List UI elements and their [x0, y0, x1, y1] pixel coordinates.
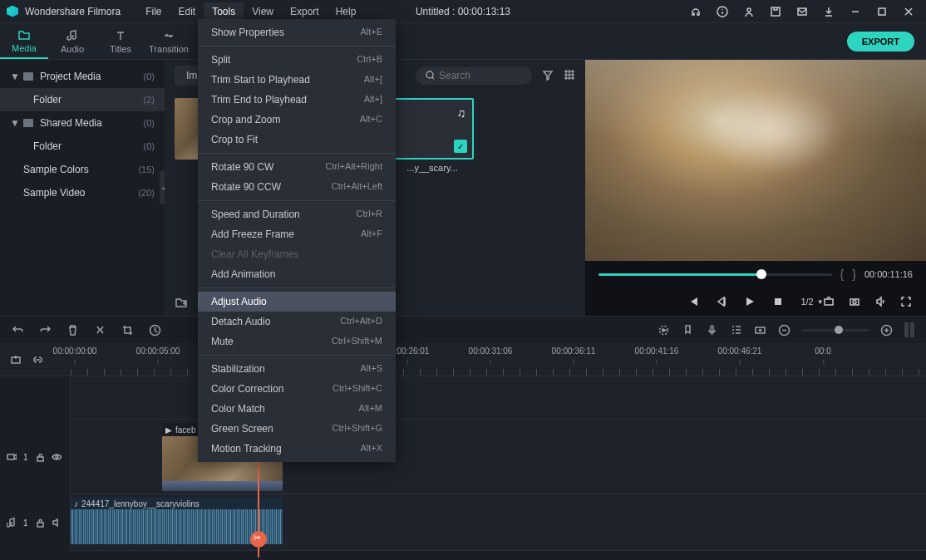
volume-icon[interactable] [874, 296, 887, 308]
split-icon[interactable] [94, 324, 106, 336]
menu-item[interactable]: Show PropertiesAlt+E [198, 22, 396, 42]
zoom-out-icon[interactable] [778, 324, 791, 336]
ruler-tick: 00:0 [815, 346, 830, 356]
marker-icon[interactable] [682, 324, 694, 336]
eye-icon[interactable] [52, 452, 62, 462]
preview-viewport[interactable] [585, 60, 926, 261]
mail-icon[interactable] [796, 6, 808, 17]
add-track-icon[interactable] [10, 354, 22, 366]
quality-icon[interactable] [823, 296, 835, 308]
menu-shortcut: Ctrl+Shift+M [332, 336, 382, 347]
ruler-tick: 00:00:41:16 [635, 346, 679, 356]
menu-item[interactable]: Detach AudioCtrl+Alt+D [198, 312, 396, 332]
music-icon: ♪ [74, 499, 78, 508]
menu-item[interactable]: Trim End to PlayheadAlt+] [198, 90, 396, 110]
mixer-icon[interactable] [730, 324, 742, 336]
download-icon[interactable] [823, 6, 835, 17]
speed-icon[interactable] [149, 324, 161, 336]
user-icon[interactable] [743, 6, 755, 17]
headset-icon[interactable] [690, 6, 702, 17]
menu-export[interactable]: Export [282, 2, 328, 21]
zoom-in-icon[interactable] [880, 324, 893, 336]
search-input[interactable] [439, 70, 522, 81]
menu-item[interactable]: Add Animation [198, 264, 396, 284]
audio-clip[interactable]: ♪244417_lennyboy__scaryviolins [71, 498, 283, 544]
menu-edit[interactable]: Edit [170, 2, 204, 21]
menu-item[interactable]: Speed and DurationCtrl+R [198, 204, 396, 224]
menu-separator [198, 287, 396, 288]
sidebar-item[interactable]: Folder(0) [0, 135, 165, 158]
prev-icon[interactable] [687, 296, 699, 307]
grid-view-icon[interactable] [564, 69, 575, 83]
lock-icon[interactable] [35, 518, 45, 528]
menu-item[interactable]: Crop and ZoomAlt+C [198, 110, 396, 130]
scrub-handle[interactable] [756, 269, 766, 279]
snapshot-icon[interactable] [849, 296, 861, 308]
menu-tools[interactable]: Tools [204, 2, 244, 21]
menu-item[interactable]: Rotate 90 CCWCtrl+Alt+Left [198, 177, 396, 197]
delete-icon[interactable] [66, 324, 79, 336]
sidebar-item[interactable]: ▼Shared Media(0) [0, 111, 165, 135]
zoom-handle[interactable] [835, 326, 843, 334]
menu-item[interactable]: Adjust Audio [198, 292, 396, 312]
page-indicator[interactable]: 1/2 ▼ [800, 297, 823, 307]
ruler-tick: 00:00:05:00 [136, 346, 180, 356]
menu-item[interactable]: Color MatchAlt+M [198, 399, 396, 419]
tab-media[interactable]: Media [0, 23, 48, 59]
menu-help[interactable]: Help [328, 2, 365, 21]
info-icon[interactable] [717, 6, 728, 17]
menu-label: Rotate 90 CW [211, 161, 273, 173]
new-folder-icon[interactable] [175, 296, 188, 309]
tab-titles[interactable]: Titles [96, 23, 145, 59]
menu-view[interactable]: View [244, 2, 282, 21]
mute-icon[interactable] [52, 518, 62, 528]
timeline-ruler[interactable]: 00:00:00:0000:00:05:0000:00:20:2000:00:2… [0, 343, 926, 376]
export-button[interactable]: EXPORT [847, 32, 914, 52]
filter-icon[interactable] [542, 69, 554, 83]
undo-icon[interactable] [12, 324, 24, 336]
step-back-icon[interactable] [716, 296, 727, 307]
minimize-icon[interactable] [850, 6, 861, 17]
svg-rect-21 [711, 326, 713, 332]
stop-icon[interactable] [772, 296, 784, 307]
render-icon[interactable] [658, 324, 670, 336]
redo-icon[interactable] [39, 324, 52, 336]
menu-item[interactable]: Trim Start to PlayheadAlt+[ [198, 70, 396, 90]
zoom-slider[interactable] [802, 329, 869, 332]
crop-icon[interactable] [121, 324, 134, 336]
menu-item[interactable]: Green ScreenCtrl+Shift+G [198, 419, 396, 439]
mark-out-icon[interactable]: } [852, 268, 856, 281]
menu-item[interactable]: StabilizationAlt+S [198, 359, 396, 379]
keyframe-icon[interactable] [754, 324, 766, 336]
timeline-view-icon[interactable] [904, 322, 914, 337]
menu-item[interactable]: Crop to Fit [198, 130, 396, 150]
menu-item[interactable]: Color CorrectionCtrl+Shift+C [198, 379, 396, 399]
menu-item[interactable]: MuteCtrl+Shift+M [198, 332, 396, 351]
tab-audio[interactable]: Audio [48, 23, 96, 59]
sidebar-item[interactable]: ▼Project Media(0) [0, 65, 165, 88]
lock-icon[interactable] [35, 452, 45, 462]
menu-item[interactable]: Rotate 90 CWCtrl+Alt+Right [198, 157, 396, 177]
search-box[interactable] [416, 66, 532, 85]
menu-item[interactable]: SplitCtrl+B [198, 50, 396, 70]
menu-file[interactable]: File [137, 2, 170, 21]
sidebar-item[interactable]: Sample Colors(15) [0, 158, 165, 181]
link-icon[interactable] [32, 354, 43, 366]
menu-item[interactable]: Add Freeze FrameAlt+F [198, 224, 396, 244]
sidebar-item[interactable]: Sample Video(20) [0, 181, 165, 204]
sidebar-item[interactable]: Folder(2) [0, 88, 165, 111]
menu-item[interactable]: Motion TrackingAlt+X [198, 439, 396, 459]
media-sidebar: ▼Project Media(0)Folder(2)▼Shared Media(… [0, 60, 165, 316]
track-body[interactable]: ♪244417_lennyboy__scaryviolins [71, 494, 926, 551]
close-icon[interactable] [903, 6, 914, 17]
save-icon[interactable] [770, 6, 781, 17]
scrub-track[interactable] [598, 273, 832, 276]
maximize-icon[interactable] [876, 6, 888, 17]
menu-label: Color Match [211, 403, 265, 415]
mark-in-icon[interactable]: { [840, 268, 845, 281]
fullscreen-icon[interactable] [900, 296, 913, 308]
media-thumb[interactable]: ♫ ✓ ...y__scary... [391, 98, 474, 173]
voice-icon[interactable] [706, 324, 718, 336]
play-icon[interactable] [744, 296, 756, 307]
tab-transition[interactable]: Transition [145, 23, 193, 59]
